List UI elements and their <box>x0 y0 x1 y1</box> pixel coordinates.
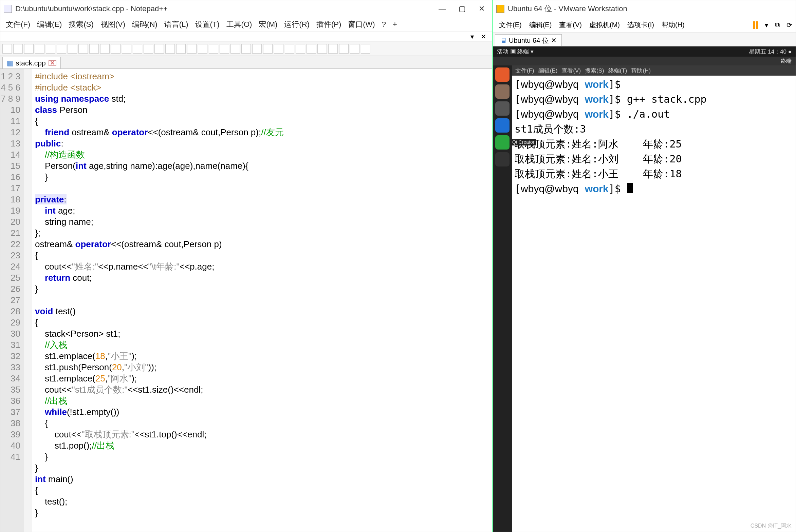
settings-icon[interactable] <box>495 101 509 116</box>
notepad-title: D:\ubuntu\ubuntu\work\stack.cpp - Notepa… <box>15 4 435 13</box>
firefox-icon[interactable] <box>495 68 509 82</box>
menu-item[interactable]: 帮助(H) <box>631 67 651 75</box>
vmware-tabbar: 🖥 Ubuntu 64 位 ✕ <box>493 33 796 46</box>
menu-item[interactable]: 文件(E) <box>496 20 524 30</box>
toolbar-button[interactable] <box>339 44 349 54</box>
toolbar-button[interactable] <box>165 44 175 54</box>
menu-item[interactable]: 运行(R) <box>281 18 313 31</box>
menu-item[interactable]: 语言(L) <box>161 18 192 31</box>
menu-item[interactable]: 编辑(E) <box>34 18 65 31</box>
vm-tab-close-icon[interactable]: ✕ <box>551 36 557 44</box>
toolbar-button[interactable] <box>220 44 229 54</box>
ubuntu-topbar[interactable]: 活动 ▣ 终端 ▾ 星期五 14：40 ● <box>493 46 796 57</box>
files-icon[interactable] <box>495 84 509 99</box>
toolbar-button[interactable] <box>350 44 360 54</box>
toolbar-button[interactable] <box>198 44 207 54</box>
toolbar-button[interactable] <box>252 44 262 54</box>
toolbar-button[interactable] <box>144 44 153 54</box>
toolbar-button[interactable] <box>328 44 338 54</box>
ubuntu-activities[interactable]: 活动 ▣ 终端 ▾ <box>497 48 533 56</box>
toolbar-button[interactable] <box>57 44 66 54</box>
vmware-titlebar[interactable]: Ubuntu 64 位 - VMware Workstation <box>493 0 796 17</box>
tab-close-icon[interactable]: ✕ <box>49 60 56 66</box>
tab-label: stack.cpp <box>16 59 46 67</box>
toolbar-button[interactable] <box>78 44 88 54</box>
toolbar-button[interactable] <box>2 44 12 54</box>
menu-item[interactable]: 插件(P) <box>313 18 345 31</box>
menu-item[interactable]: 编辑(E) <box>526 20 555 30</box>
menu-item[interactable]: 编辑(E) <box>538 67 558 75</box>
minimize-button[interactable]: — <box>435 4 449 14</box>
snapshot-icon[interactable]: ⧉ <box>775 21 780 29</box>
menu-item[interactable]: ? <box>379 19 390 30</box>
ubuntu-window-title: 终端 <box>493 57 796 65</box>
toolbar-button[interactable] <box>100 44 110 54</box>
toolbar-button[interactable] <box>133 44 142 54</box>
vm-tab[interactable]: 🖥 Ubuntu 64 位 ✕ <box>495 34 562 46</box>
toolbar-button[interactable] <box>24 44 34 54</box>
menu-item[interactable]: + <box>390 19 400 30</box>
menu-item[interactable]: 查看(V) <box>556 20 584 30</box>
menu-item[interactable]: 选项卡(I) <box>625 20 657 30</box>
menu-item[interactable]: 设置(T) <box>192 18 223 31</box>
toolbar-button[interactable] <box>231 44 240 54</box>
pause-button[interactable] <box>753 21 758 29</box>
maximize-button[interactable]: ▢ <box>455 4 469 14</box>
ubuntu-window-label: 终端 <box>781 58 792 65</box>
vm-tab-label: Ubuntu 64 位 <box>509 36 549 45</box>
menu-item[interactable]: 文件(F) <box>2 18 34 31</box>
menu-item[interactable]: 编码(N) <box>129 18 161 31</box>
menu-item[interactable]: 工具(O) <box>223 18 256 31</box>
menu-item[interactable]: 宏(M) <box>255 18 281 31</box>
menu-item[interactable]: 搜索(S) <box>65 18 97 31</box>
close-tab-icon[interactable]: ✕ <box>477 33 490 41</box>
menu-item[interactable]: 查看(V) <box>561 67 581 75</box>
toolbar-button[interactable] <box>241 44 251 54</box>
toolbar-button[interactable] <box>361 44 370 54</box>
toolbar-button[interactable] <box>155 44 164 54</box>
toolbar-button[interactable] <box>111 44 121 54</box>
toolbar-button[interactable] <box>122 44 131 54</box>
toolbar-button[interactable] <box>13 44 23 54</box>
qtcreator-icon[interactable]: Qt Creator <box>495 135 509 150</box>
qt-tooltip: Qt Creator <box>510 139 536 146</box>
terminal-window: 文件(F)编辑(E)查看(V)搜索(S)终端(T)帮助(H) [wbyq@wby… <box>512 65 796 532</box>
dropdown-icon[interactable]: ▾ <box>467 33 477 41</box>
ubuntu-clock[interactable]: 星期五 14：40 ● <box>749 48 792 56</box>
vscode-icon[interactable] <box>495 118 509 133</box>
toolbar-button[interactable] <box>307 44 316 54</box>
menu-item[interactable]: 终端(T) <box>608 67 627 75</box>
vmware-title: Ubuntu 64 位 - VMware Workstation <box>508 4 792 14</box>
menu-item[interactable]: 帮助(H) <box>659 20 687 30</box>
toolbar-button[interactable] <box>89 44 99 54</box>
terminal-icon[interactable] <box>495 152 509 167</box>
fullscreen-icon[interactable]: ⟳ <box>786 21 792 29</box>
menu-item[interactable]: 搜索(S) <box>585 67 604 75</box>
terminal-output[interactable]: [wbyq@wbyq work]$ [wbyq@wbyq work]$ g++ … <box>512 76 796 532</box>
toolbar-button[interactable] <box>46 44 55 54</box>
notepad-titlebar[interactable]: D:\ubuntu\ubuntu\work\stack.cpp - Notepa… <box>0 0 492 17</box>
toolbar-button[interactable] <box>296 44 305 54</box>
toolbar-button[interactable] <box>176 44 186 54</box>
dropdown-icon[interactable]: ▾ <box>765 21 768 29</box>
ubuntu-desktop: 活动 ▣ 终端 ▾ 星期五 14：40 ● 终端 Qt Creator 文件(F… <box>493 46 796 532</box>
fold-column[interactable] <box>24 69 32 532</box>
close-button[interactable]: ✕ <box>475 4 488 14</box>
toolbar-button[interactable] <box>209 44 218 54</box>
menu-item[interactable]: 文件(F) <box>515 67 534 75</box>
toolbar-button[interactable] <box>285 44 294 54</box>
file-tab[interactable]: ▦ stack.cpp ✕ <box>2 57 61 69</box>
menu-item[interactable]: 视图(V) <box>97 18 129 31</box>
terminal-menubar: 文件(F)编辑(E)查看(V)搜索(S)终端(T)帮助(H) <box>512 65 796 76</box>
toolbar-button[interactable] <box>263 44 273 54</box>
code-editor[interactable]: 1 2 3 4 5 6 7 8 9 10 11 12 13 14 15 16 1… <box>0 69 492 532</box>
menu-item[interactable]: 窗口(W) <box>345 18 378 31</box>
toolbar-button[interactable] <box>68 44 77 54</box>
toolbar-button[interactable] <box>35 44 44 54</box>
toolbar-button[interactable] <box>187 44 197 54</box>
toolbar-button[interactable] <box>274 44 284 54</box>
code-area[interactable]: #include <iostream> #include <stack> usi… <box>32 69 492 532</box>
toolbar-button[interactable] <box>318 44 327 54</box>
notepad-toolbar <box>0 42 492 56</box>
menu-item[interactable]: 虚拟机(M) <box>586 20 622 30</box>
